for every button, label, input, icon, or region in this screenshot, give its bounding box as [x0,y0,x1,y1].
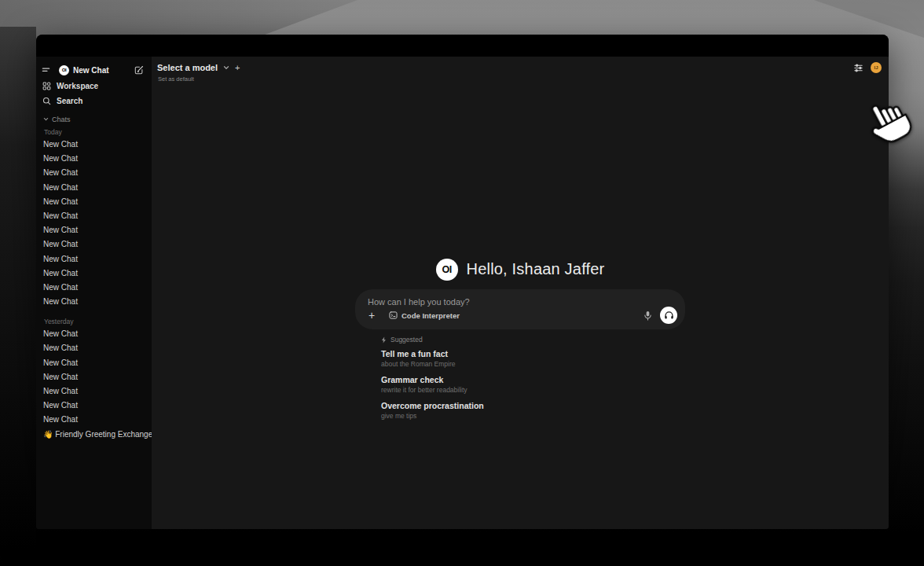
sidebar-item-search[interactable]: Search [36,94,152,108]
message-input[interactable]: How can I help you today? + Code Interpr… [355,289,685,329]
chevron-down-icon [43,116,49,123]
suggested-prompt[interactable]: Overcome procrastinationgive me tips [381,401,685,421]
suggested-prompt-title: Grammar check [381,375,685,385]
openwebui-logo-icon: OI [436,259,458,281]
topbar-right: IJ [853,62,882,73]
openwebui-logo-icon: OI [59,65,69,75]
suggested-prompt-title: Overcome procrastination [381,401,685,411]
chat-list-item[interactable]: New Chat [36,384,152,399]
suggested-label: Suggested [390,336,423,344]
headphones-icon [664,311,674,320]
app-window: OI New Chat Workspace Search [36,35,889,529]
chat-list-item[interactable]: New Chat [36,399,152,413]
model-selector-label: Select a model [157,63,218,72]
chats-section-label: Chats [52,116,71,123]
sidebar-title: New Chat [73,66,134,75]
suggested-prompt-subtitle: about the Roman Empire [381,360,685,369]
sidebar-header: OI New Chat [36,61,152,79]
chat-list-item[interactable]: New Chat [36,356,152,370]
code-interpreter-toggle[interactable]: Code Interpreter [389,311,460,320]
chat-list-item[interactable]: New Chat [36,341,152,355]
greeting-text: Hello, Ishaan Jaffer [467,260,605,278]
attach-plus-button[interactable]: + [365,308,379,322]
chat-list-item[interactable]: New Chat [36,370,152,384]
suggested-prompt-subtitle: rewrite it for better readability [381,386,685,395]
suggested-list: Tell me a fun factabout the Roman Empire… [381,349,685,421]
chat-list-item[interactable]: New Chat [36,327,152,341]
message-input-placeholder: How can I help you today? [368,297,470,307]
model-selector[interactable]: Select a model + [157,63,240,72]
chat-list-item[interactable]: New Chat [36,295,152,309]
sidebar: OI New Chat Workspace Search [36,57,152,529]
add-model-icon[interactable]: + [235,64,240,72]
chat-list-item[interactable]: New Chat [36,166,152,180]
chat-list-item[interactable]: New Chat [36,237,152,252]
workspace-grid-icon [42,82,51,90]
chat-list: TodayNew ChatNew ChatNew ChatNew ChatNew… [36,127,152,442]
controls-sliders-icon[interactable] [853,63,864,73]
sidebar-toggle-icon[interactable] [42,66,50,75]
chat-list-item[interactable]: New Chat [36,181,152,195]
new-chat-icon[interactable] [134,65,144,75]
hero-block: OI Hello, Ishaan Jaffer How can I help y… [355,258,685,427]
chat-group-label: Today [36,127,152,138]
chat-list-item[interactable]: New Chat [36,266,152,281]
chat-list-item[interactable]: New Chat [36,138,152,152]
suggested-prompt-title: Tell me a fun fact [381,349,685,359]
chat-list-item[interactable]: New Chat [36,223,152,237]
chat-list-item[interactable]: New Chat [36,209,152,223]
chat-list-item[interactable]: New Chat [36,195,152,209]
search-icon [42,97,51,105]
suggested-prompt[interactable]: Tell me a fun factabout the Roman Empire [381,349,685,369]
greeting-row: OI Hello, Ishaan Jaffer [355,258,685,281]
bolt-icon [381,336,387,344]
chat-list-item[interactable]: New Chat [36,152,152,166]
terminal-icon [389,311,398,319]
chevron-down-icon [223,64,229,71]
code-interpreter-label: Code Interpreter [402,311,460,320]
workspace-label: Workspace [57,82,98,90]
microphone-icon[interactable] [644,311,652,321]
wallpaper-left-shadow [0,27,36,566]
chat-list-item[interactable]: 👋 Friendly Greeting Exchange [36,428,152,442]
composer-toolbar: + Code Interpreter [365,307,677,324]
chat-list-item[interactable]: New Chat [36,413,152,427]
wallpaper-wedge-right [814,0,924,38]
user-avatar[interactable]: IJ [871,62,882,73]
sidebar-item-workspace[interactable]: Workspace [36,79,152,94]
voice-call-button[interactable] [660,307,677,324]
chat-list-item[interactable]: New Chat [36,281,152,295]
window-top-strip [36,35,889,57]
chat-group-label: Yesterday [36,316,152,327]
suggested-prompt-subtitle: give me tips [381,412,685,421]
search-label: Search [57,97,82,105]
suggested-section: Suggested Tell me a fun factabout the Ro… [355,335,685,421]
suggested-header: Suggested [381,335,685,344]
set-as-default-button[interactable]: Set as default [158,75,194,83]
suggested-prompt[interactable]: Grammar checkrewrite it for better reada… [381,375,685,395]
main-area: Select a model + Set as default IJ OI He… [152,57,889,529]
chat-list-item[interactable]: New Chat [36,252,152,266]
chats-section-toggle[interactable]: Chats [36,114,152,125]
